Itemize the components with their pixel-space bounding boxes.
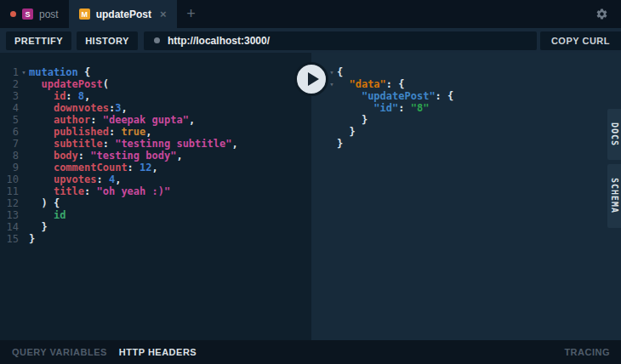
mutation-badge: M [79, 9, 90, 20]
code-text: subtitle: "testinng subtitle", [29, 138, 238, 150]
toolbar: PRETTIFY HISTORY http://localhost:3000/ … [0, 28, 621, 53]
line-number: 10 [0, 173, 19, 185]
code-line: "updatePost": { [311, 90, 621, 102]
http-headers-tab[interactable]: HTTP HEADERS [119, 347, 197, 357]
query-variables-tab[interactable]: QUERY VARIABLES [12, 347, 107, 357]
code-text: upvotes: 4, [29, 173, 121, 185]
close-tab-icon[interactable]: × [160, 9, 167, 20]
tracing-tab[interactable]: TRACING [564, 347, 610, 357]
line-number: 6 [0, 126, 19, 138]
fold-spacer [19, 150, 29, 162]
main-area: 1▾mutation {2 updatePost(3 id: 8,4 downv… [0, 53, 621, 340]
code-line: ▾{ [311, 66, 621, 78]
code-text: updatePost( [29, 78, 109, 90]
result-pane: ▾{▾ "data": { "updatePost": { "id": "8" … [311, 53, 621, 340]
code-line: 5 author: "deepak gupta", [0, 114, 311, 126]
response-viewer: ▾{▾ "data": { "updatePost": { "id": "8" … [311, 66, 621, 150]
endpoint-url-text: http://localhost:3000/ [168, 35, 270, 47]
line-number: 9 [0, 162, 19, 173]
code-line: } [311, 138, 621, 150]
code-text: } [337, 126, 356, 138]
code-text: "updatePost": { [337, 90, 453, 102]
fold-spacer [19, 185, 29, 197]
fold-spacer [327, 138, 337, 150]
line-number: 3 [0, 90, 19, 102]
code-text: } [29, 221, 48, 233]
new-tab-button[interactable]: + [177, 0, 206, 28]
fold-spacer [19, 221, 29, 233]
code-line: } [311, 126, 621, 138]
code-line: "id": "8" [311, 102, 621, 114]
line-number: 5 [0, 114, 19, 126]
tab-bar: S post M updatePost × + [0, 0, 621, 28]
play-icon [308, 72, 319, 86]
line-number: 1 [0, 66, 19, 78]
fold-spacer [19, 138, 29, 150]
fold-spacer [327, 126, 337, 138]
fold-spacer [19, 78, 29, 90]
code-text: title: "oh yeah :)" [29, 185, 170, 197]
code-text: { [337, 66, 343, 78]
subscription-badge: S [22, 9, 33, 20]
code-line: 8 body: "testing body", [0, 150, 311, 162]
docs-side-tab[interactable]: DOCS [607, 109, 621, 160]
code-line: 7 subtitle: "testinng subtitle", [0, 138, 311, 150]
query-editor[interactable]: 1▾mutation {2 updatePost(3 id: 8,4 downv… [0, 53, 311, 340]
line-number: 12 [0, 197, 19, 209]
line-number: 4 [0, 102, 19, 114]
schema-side-tab[interactable]: SCHEMA [607, 164, 621, 228]
code-text: author: "deepak gupta", [29, 114, 195, 126]
code-line: 15} [0, 233, 311, 245]
unsaved-dot-icon [10, 11, 16, 17]
line-number: 7 [0, 138, 19, 150]
code-text: } [337, 138, 343, 150]
code-text: id [29, 209, 66, 221]
code-line: 3 id: 8, [0, 90, 311, 102]
code-line: 12 ) { [0, 197, 311, 209]
code-line: 4 downvotes:3, [0, 102, 311, 114]
graphql-playground-window: S post M updatePost × + PRETTIFY HISTORY… [0, 0, 621, 364]
execute-query-button[interactable] [294, 62, 328, 96]
fold-spacer [19, 114, 29, 126]
settings-button[interactable] [595, 0, 621, 28]
fold-spacer [19, 173, 29, 185]
code-text: body: "testing body", [29, 150, 183, 162]
fold-spacer [327, 102, 337, 114]
code-text: mutation { [29, 66, 90, 78]
prettify-button[interactable]: PRETTIFY [6, 31, 71, 50]
fold-arrow-icon[interactable]: ▾ [19, 66, 29, 78]
code-text: downvotes:3, [29, 102, 128, 114]
code-line: 1▾mutation { [0, 66, 311, 78]
tab-label: updatePost [96, 9, 151, 20]
code-line: 10 upvotes: 4, [0, 173, 311, 185]
code-line: 13 id [0, 209, 311, 221]
endpoint-url-input[interactable]: http://localhost:3000/ [144, 31, 537, 50]
bottom-bar: QUERY VARIABLES HTTP HEADERS TRACING [0, 340, 621, 364]
tab-label: post [39, 9, 59, 20]
code-line: 14 } [0, 221, 311, 233]
endpoint-status-dot-icon [154, 37, 160, 43]
code-text: "data": { [337, 78, 405, 90]
code-line: 2 updatePost( [0, 78, 311, 90]
code-text: } [29, 233, 35, 245]
fold-spacer [327, 90, 337, 102]
line-number: 2 [0, 78, 19, 90]
tab-updatepost[interactable]: M updatePost × [69, 0, 177, 28]
code-text: id: 8, [29, 90, 90, 102]
gear-icon [595, 8, 608, 20]
fold-spacer [19, 197, 29, 209]
code-text: ) { [29, 197, 60, 209]
tab-post[interactable]: S post [0, 0, 69, 28]
line-number: 15 [0, 233, 19, 245]
code-line: ▾ "data": { [311, 78, 621, 90]
fold-spacer [19, 233, 29, 245]
line-number: 13 [0, 209, 19, 221]
fold-spacer [327, 114, 337, 126]
copy-curl-button[interactable]: COPY CURL [540, 31, 621, 50]
code-line: 6 published: true, [0, 126, 311, 138]
fold-spacer [19, 126, 29, 138]
fold-spacer [19, 102, 29, 114]
line-number: 11 [0, 185, 19, 197]
history-button[interactable]: HISTORY [77, 31, 138, 50]
fold-spacer [19, 90, 29, 102]
